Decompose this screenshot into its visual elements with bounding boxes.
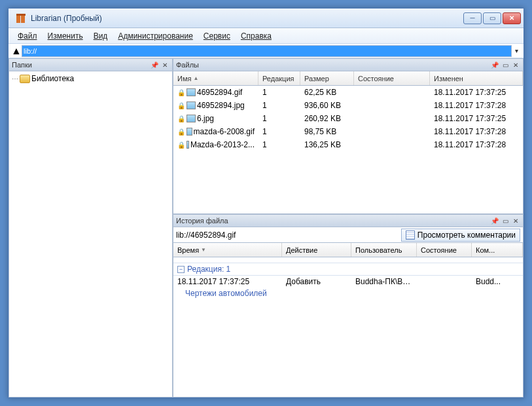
files-pane: Файлы 📌 ▭ ✕ Имя▲ Редакция Размер Состоян… [173,58,523,214]
file-row[interactable]: 🔒Mazda-6-2013-2...1136,25 KB18.11.2017 1… [173,138,523,151]
file-revision: 1 [258,140,300,149]
sort-asc-icon: ▲ [193,75,198,81]
menu-help[interactable]: Справка [236,30,277,42]
file-revision: 1 [258,127,300,136]
col-modified[interactable]: Изменен [430,71,523,85]
close-pane-icon[interactable]: ✕ [511,60,520,69]
file-revision: 1 [258,101,300,110]
lock-icon: 🔒 [177,128,185,136]
close-button[interactable]: ✕ [503,12,521,24]
col-size[interactable]: Размер [300,71,354,85]
minimize-button[interactable]: ─ [463,12,482,24]
maximize-button[interactable]: ▭ [483,12,501,24]
file-size: 136,25 KB [300,140,354,149]
history-subentry[interactable]: Чертежи автомобилей [173,287,523,299]
file-modified: 18.11.2017 17:37:28 [430,140,523,149]
pin-icon[interactable]: 📌 [150,60,159,69]
address-input[interactable] [22,45,512,57]
lock-icon: 🔒 [177,141,185,149]
history-subheader: lib://46952894.gif Просмотреть комментар… [173,227,523,243]
folders-title: Папки [12,61,32,69]
files-header[interactable]: Файлы 📌 ▭ ✕ [173,58,523,71]
right-pane: Файлы 📌 ▭ ✕ Имя▲ Редакция Размер Состоян… [173,58,523,397]
history-state [417,277,472,286]
app-icon [15,12,27,24]
menubar: Файл Изменить Вид Администрирование Серв… [9,28,523,44]
file-name: 46952894.gif [197,88,242,97]
folders-pane: Папки 📌 ✕ ⋯ Библиотека [9,58,173,397]
file-row[interactable]: 🔒6.jpg1260,92 KB18.11.2017 17:37:25 [173,112,523,125]
up-icon[interactable]: ▲ [11,45,22,57]
folders-header[interactable]: Папки 📌 ✕ [9,58,173,71]
window-title: Librarian (Пробный) [31,14,463,23]
titlebar[interactable]: Librarian (Пробный) ─ ▭ ✕ [9,9,523,28]
revision-group[interactable]: − Редакция: 1 [173,263,523,276]
hcol-time[interactable]: Время▼ [173,243,282,257]
file-size: 936,60 KB [300,101,354,110]
file-row[interactable]: 🔒46952894.jpg1936,60 KB18.11.2017 17:37:… [173,99,523,112]
files-columns: Имя▲ Редакция Размер Состояние Изменен [173,71,523,86]
window-controls: ─ ▭ ✕ [463,12,521,24]
history-columns: Время▼ Действие Пользователь Состояние К… [173,243,523,257]
revision-label: Редакция: 1 [187,265,230,274]
col-state[interactable]: Состояние [354,71,430,85]
menu-file[interactable]: Файл [12,30,43,42]
hcol-user[interactable]: Пользователь [351,243,417,257]
address-bar: ▲ ▾ [9,44,523,58]
history-time: 18.11.2017 17:37:25 [173,277,282,286]
view-comments-label: Просмотреть комментарии [417,231,516,240]
history-header[interactable]: История файла 📌 ▭ ✕ [173,214,523,227]
file-name: 6.jpg [197,114,214,123]
pin-icon[interactable]: 📌 [490,216,499,225]
file-revision: 1 [258,88,300,97]
col-revision[interactable]: Редакция [258,71,300,85]
collapse-icon[interactable]: − [177,266,185,273]
history-row[interactable]: 18.11.2017 17:37:25 Добавить Buddha-ПК\B… [173,276,523,287]
folder-tree[interactable]: ⋯ Библиотека [9,71,173,397]
file-modified: 18.11.2017 17:37:25 [430,88,523,97]
file-size: 260,92 KB [300,114,354,123]
image-icon [186,141,189,149]
maximize-pane-icon[interactable]: ▭ [501,216,510,225]
file-row[interactable]: 🔒mazda-6-2008.gif198,75 KB18.11.2017 17:… [173,125,523,138]
expand-icon[interactable]: ⋯ [12,75,18,83]
view-comments-button[interactable]: Просмотреть комментарии [401,229,520,242]
image-icon [186,88,196,96]
history-comment: Budd... [472,277,523,286]
hcol-action[interactable]: Действие [282,243,351,257]
file-size: 62,25 KB [300,88,354,97]
tree-root-label: Библиотека [31,74,74,83]
files-title: Файлы [176,61,199,69]
file-size: 98,75 KB [300,127,354,136]
menu-edit[interactable]: Изменить [43,30,88,42]
file-modified: 18.11.2017 17:37:28 [430,127,523,136]
menu-service[interactable]: Сервис [198,30,236,42]
file-modified: 18.11.2017 17:37:28 [430,101,523,110]
lock-icon: 🔒 [177,115,185,122]
history-user: Buddha-ПК\Bud... [351,277,417,286]
address-dropdown-icon[interactable]: ▾ [512,47,521,54]
close-pane-icon[interactable]: ✕ [511,216,520,225]
file-name: mazda-6-2008.gif [194,127,255,136]
folder-icon [20,75,30,83]
close-pane-icon[interactable]: ✕ [160,60,169,69]
menu-admin[interactable]: Администрирование [113,30,198,42]
col-name[interactable]: Имя▲ [173,71,258,85]
history-uri: lib://46952894.gif [176,231,401,240]
hcol-comment[interactable]: Ком... [472,243,523,257]
file-row[interactable]: 🔒46952894.gif162,25 KB18.11.2017 17:37:2… [173,86,523,99]
file-name: 46952894.jpg [197,101,245,110]
files-list[interactable]: 🔒46952894.gif162,25 KB18.11.2017 17:37:2… [173,86,523,214]
hcol-state[interactable]: Состояние [417,243,472,257]
history-body[interactable]: − Редакция: 1 18.11.2017 17:37:25 Добави… [173,257,523,397]
sort-desc-icon: ▼ [201,247,206,253]
image-icon [186,128,192,136]
image-icon [186,101,196,109]
pin-icon[interactable]: 📌 [490,60,499,69]
file-revision: 1 [258,114,300,123]
menu-view[interactable]: Вид [88,30,113,42]
tree-root[interactable]: ⋯ Библиотека [12,74,169,83]
lock-icon: 🔒 [177,102,185,109]
maximize-pane-icon[interactable]: ▭ [501,60,510,69]
lock-icon: 🔒 [177,89,185,96]
